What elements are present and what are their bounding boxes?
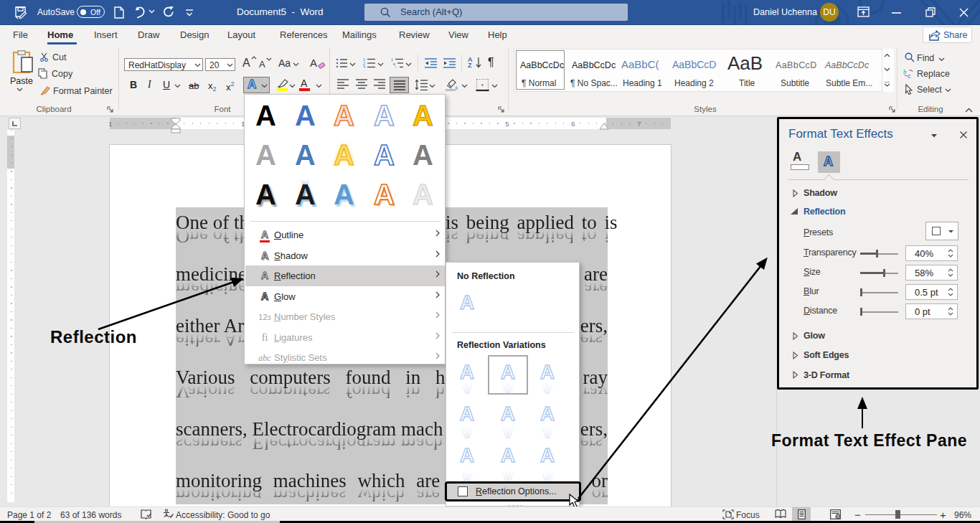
svg-text:c: c <box>908 72 911 79</box>
svg-text:3: 3 <box>363 65 365 69</box>
svg-text:b: b <box>903 68 907 75</box>
svg-text:i: i <box>395 65 396 69</box>
